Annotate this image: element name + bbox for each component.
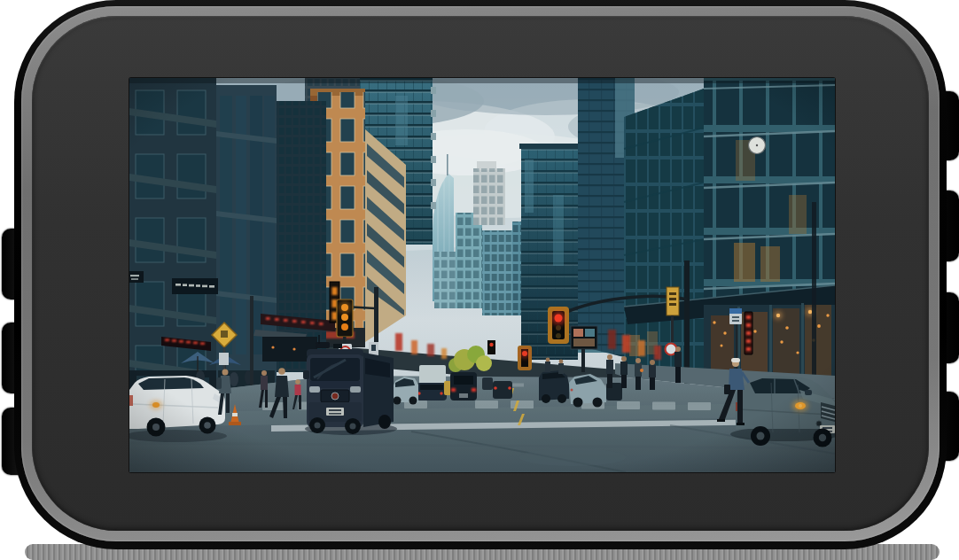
vignette [129,78,835,472]
product-shot [0,0,959,560]
dashcam-screen [129,78,835,472]
street-scene [129,78,835,472]
